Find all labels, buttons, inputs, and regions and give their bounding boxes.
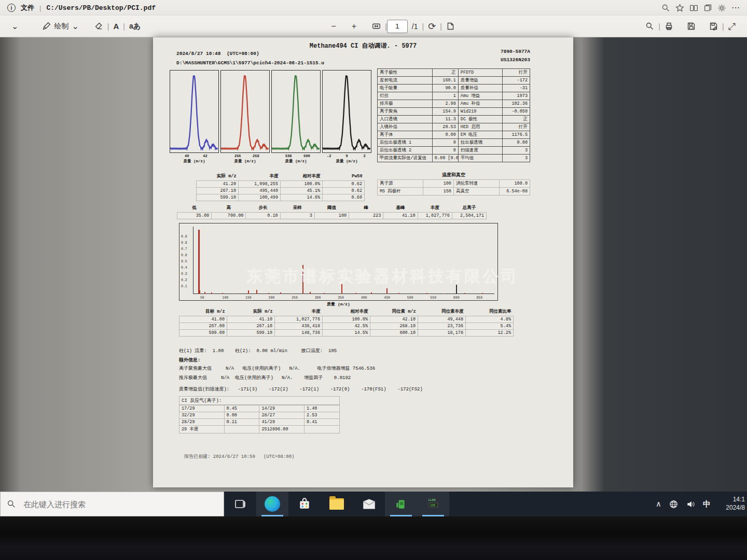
favorites-icon[interactable] — [675, 4, 684, 12]
table-cell: 入镜补偿 — [378, 123, 433, 131]
table-cell: -0.050 — [503, 108, 530, 116]
table-row: 599.00599.10148,73614.5%600.1018,17812.2… — [179, 330, 514, 337]
rotate-button[interactable]: ⟳ — [424, 20, 440, 33]
table-cell: Amu 补偿 — [458, 100, 502, 108]
collections-icon[interactable] — [703, 4, 712, 12]
table-cell: 100.0 — [500, 180, 530, 188]
spectrum-peak — [204, 292, 205, 294]
network-globe-icon[interactable] — [669, 499, 679, 509]
draw-tool[interactable]: 绘制 ⌄ — [38, 20, 82, 33]
profile-plot-frame — [170, 70, 219, 153]
x-axis-label: 质量 (m/z) — [170, 159, 219, 164]
spectrum-peak — [211, 292, 212, 294]
taskbar-explorer-button[interactable] — [321, 492, 353, 516]
table-cell: 35.00 — [177, 213, 212, 219]
table-cell: 扫描速度 — [458, 147, 502, 155]
x-tick-label: 50 — [200, 296, 204, 300]
ime-indicator[interactable]: 中 — [703, 499, 711, 509]
taskbar-search[interactable] — [0, 492, 224, 516]
taskbar-mail-button[interactable] — [353, 492, 385, 516]
taskbar-edge-button[interactable] — [256, 492, 288, 516]
column-header: 高 — [212, 204, 246, 213]
fit-page-button[interactable] — [368, 20, 385, 33]
pdf-viewport[interactable]: Methane494 CI 自动调谐. - 5977 2024/8/27 10:… — [0, 37, 747, 492]
x-axis-label: 质量 (m/z) — [271, 159, 321, 164]
x-tick-label: 350 — [338, 296, 344, 300]
column-header: 丰度 — [418, 204, 452, 213]
table-cell: 0.41 — [305, 419, 340, 426]
save-button[interactable] — [683, 20, 700, 33]
x-tick-labels: 266268 — [220, 154, 270, 159]
report-data-path: D:\MASSHUNTER\GCMS\1\5977\pcich4-2024-08… — [176, 60, 324, 66]
task-view-button[interactable] — [224, 492, 256, 516]
tray-clock[interactable]: 14:1 2024/8 — [718, 496, 745, 512]
tick-label: 2 — [364, 154, 366, 158]
page-number-input[interactable] — [387, 20, 408, 33]
table-cell: 3 — [280, 213, 314, 219]
table-row: 离子源100涡轮泵转速100.0 — [378, 180, 530, 188]
ci-table-title: CI 反应气(离子): — [179, 396, 340, 405]
peak-profile-plot-ratio: -202质量 (m/z) — [322, 70, 372, 164]
y-tick-label: 0.4 — [181, 266, 187, 270]
profile-plot-frame — [322, 70, 371, 153]
taskbar-meter-app-button[interactable]: LLAA 120 — [417, 492, 449, 516]
repeller-line: 推斥极最大值 N/A 电压(使用的离子) N/A. 增益因子 0.0192 — [179, 374, 351, 381]
fullscreen-button[interactable]: ⤢ — [724, 20, 740, 33]
table-cell: 后拉出极透镜 1 — [378, 139, 433, 147]
x-tick-label: 200 — [269, 296, 275, 300]
print-button[interactable] — [660, 20, 677, 33]
table-cell: 18,178 — [418, 330, 466, 337]
spectrum-peak — [198, 230, 200, 294]
peak-profile-plot-599: 598600质量 (m/z) — [271, 70, 322, 164]
table-cell: HED 启用 — [458, 123, 502, 131]
taskbar-search-input[interactable] — [22, 499, 193, 509]
tune-parameters-table: 离子极性正PFDTD打开发射电流160.1质量增益-172电子能量90.0质量补… — [377, 68, 530, 162]
column-header: 步长 — [246, 204, 280, 213]
table-cell: -31 — [503, 85, 530, 92]
y-tick-label: 0.7 — [181, 247, 187, 251]
table-cell: DC 极性 — [458, 116, 502, 123]
table-cell: 599.00 — [179, 330, 227, 337]
table-cell: 100 — [314, 213, 349, 219]
column-header: 目标 m/z — [179, 308, 227, 316]
temps-table-title: 温度和真空 — [377, 172, 530, 178]
split-screen-icon[interactable] — [689, 4, 698, 12]
fit-width-icon — [372, 22, 381, 31]
column-header: 峰 — [349, 204, 383, 213]
table-cell: 5.4% — [466, 323, 514, 330]
column-header: 实际 m/z — [227, 308, 275, 316]
tray-chevron-icon[interactable]: ∧ — [656, 499, 661, 509]
more-icon[interactable]: ⋯ — [731, 4, 740, 12]
taskbar-device-app-button[interactable] — [385, 492, 417, 516]
table-cell: 154.9 — [432, 108, 458, 116]
hide-toolbar-chevron[interactable]: ⌄ — [7, 20, 22, 33]
settings-icon[interactable] — [717, 4, 726, 12]
table-cell: 267.10 — [197, 188, 239, 194]
table-cell: 45.1% — [281, 188, 323, 194]
search-icon[interactable] — [661, 4, 670, 12]
page-total-label: /1 — [412, 22, 418, 31]
table-cell: 29 丰度 — [179, 426, 225, 433]
add-text-tool[interactable]: A — [109, 20, 123, 33]
table-cell: 平均值 — [458, 155, 502, 162]
ion-focus-line: 离子聚焦最大值 N/A 电压(使用的离子) N/A. 电子倍增器增益 7546.… — [179, 365, 375, 372]
taskbar-store-button[interactable] — [288, 492, 321, 516]
table-cell: 100 — [423, 180, 454, 188]
table-cell: 2512896.00 — [259, 426, 305, 433]
eraser-tool[interactable] — [90, 20, 107, 33]
table-row: 离子体0.00EM 电压1176.5 — [378, 131, 530, 139]
info-icon[interactable]: i — [7, 4, 16, 12]
page-view-button[interactable] — [442, 20, 459, 33]
y-tick-label: 0.9 — [181, 235, 187, 239]
x-tick-label: 600 — [453, 296, 460, 300]
find-button[interactable] — [641, 20, 658, 33]
read-aloud-tool[interactable]: aあ — [125, 20, 145, 33]
speaker-icon[interactable] — [686, 499, 696, 509]
zoom-out-button[interactable]: − — [327, 20, 340, 33]
zoom-in-button[interactable]: + — [348, 20, 361, 33]
table-cell: 离子体 — [378, 131, 433, 139]
x-tick-label: 150 — [245, 296, 252, 300]
file-menu[interactable]: 文件 — [21, 3, 34, 12]
save-as-button[interactable] — [705, 20, 722, 33]
table-cell: PFDTD — [458, 69, 502, 77]
